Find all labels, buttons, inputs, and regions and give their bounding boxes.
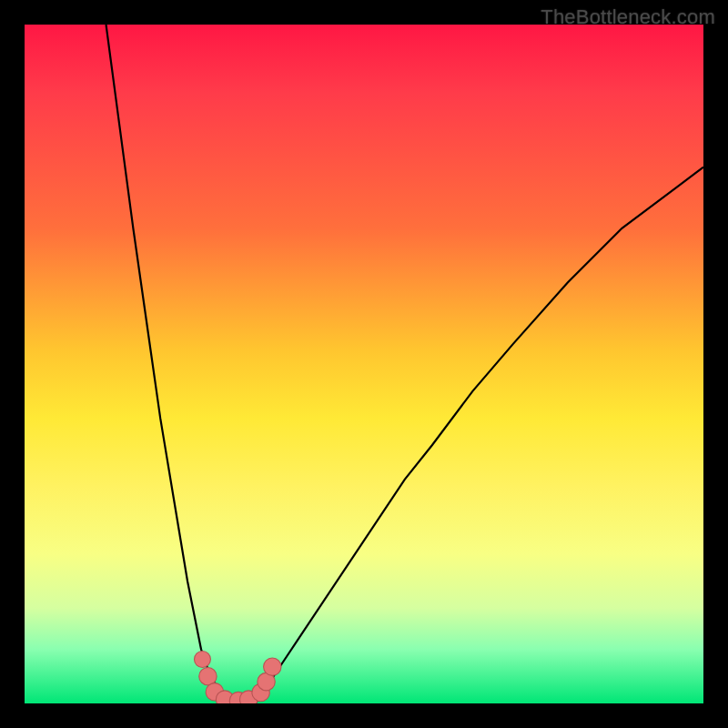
attribution-label: TheBottleneck.com xyxy=(541,5,715,29)
data-marker xyxy=(264,658,281,675)
data-marker xyxy=(252,683,269,701)
data-marker xyxy=(229,692,247,703)
curve-path xyxy=(106,25,236,703)
data-marker xyxy=(258,672,275,690)
data-marker xyxy=(216,691,233,703)
data-marker xyxy=(195,652,211,668)
data-marker xyxy=(206,683,223,701)
chart-plot-area xyxy=(25,25,703,703)
marker-group xyxy=(195,652,281,703)
curve-path xyxy=(256,167,703,703)
chart-frame: TheBottleneck.com xyxy=(0,0,728,728)
chart-svg xyxy=(25,25,703,703)
curve-group xyxy=(106,25,703,703)
data-marker xyxy=(239,691,257,703)
data-marker xyxy=(199,667,217,684)
